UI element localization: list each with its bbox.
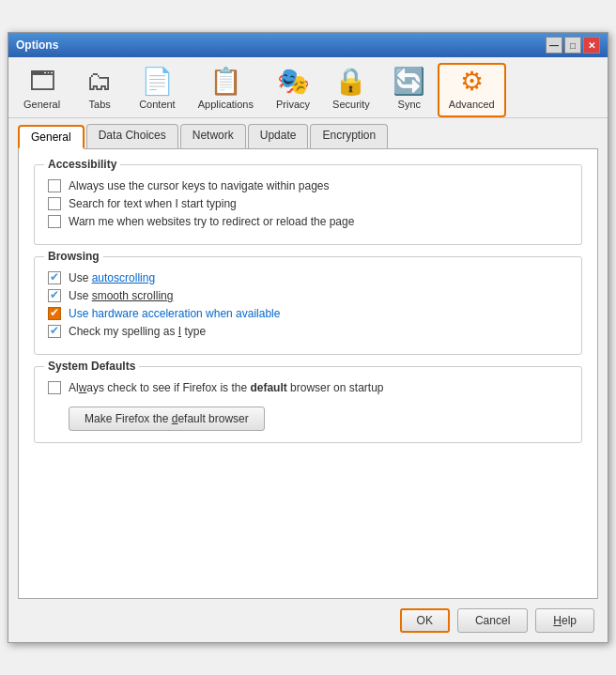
content-icon: 📄 (141, 69, 174, 95)
content-area: Accessibility Always use the cursor keys… (18, 148, 598, 599)
option-cursor-keys: Always use the cursor keys to navigate w… (48, 179, 568, 192)
option-spelling: Check my spelling as I type (48, 325, 568, 338)
warn-redirect-label: Warn me when websites try to redirect or… (69, 215, 354, 228)
subtab-network[interactable]: Network (180, 124, 246, 148)
toolbar-label-applications: Applications (198, 99, 254, 110)
checkbox-autoscrolling[interactable] (48, 271, 61, 284)
toolbar-label-privacy: Privacy (276, 99, 310, 110)
applications-icon: 📋 (209, 69, 242, 95)
subtab-update[interactable]: Update (248, 124, 309, 148)
toolbar-label-tabs: Tabs (89, 99, 111, 110)
subtabs: General Data Choices Network Update Encr… (8, 118, 608, 148)
always-underline: w (79, 381, 87, 394)
subtab-data-choices[interactable]: Data Choices (86, 124, 178, 148)
window-title: Options (16, 38, 58, 52)
footer: OK Cancel Help (8, 599, 608, 642)
toolbar-item-advanced[interactable]: ⚙ Advanced (438, 63, 506, 117)
option-default-browser: Always check to see if Firefox is the de… (48, 381, 568, 394)
checkbox-hw-accel[interactable] (48, 307, 61, 320)
default-bold: default (250, 381, 286, 394)
make-default-browser-button[interactable]: Make Firefox the default browser (69, 407, 265, 431)
title-bar: Options — □ ✕ (8, 33, 608, 57)
browsing-section: Browsing Use autoscrolling Use smooth sc… (34, 256, 582, 355)
close-button[interactable]: ✕ (583, 37, 600, 54)
help-button[interactable]: Help (535, 608, 594, 633)
checkbox-search-text[interactable] (48, 197, 61, 210)
accessibility-title: Accessibility (44, 158, 120, 171)
toolbar-item-sync[interactable]: 🔄 Sync (381, 63, 438, 117)
system-defaults-title: System Defaults (44, 360, 139, 373)
spelling-I-underline: I (178, 325, 181, 338)
minimize-button[interactable]: — (546, 37, 562, 54)
toolbar-item-privacy[interactable]: 🎭 Privacy (265, 63, 321, 117)
general-icon: 🗔 (29, 69, 55, 95)
autoscrolling-label: Use autoscrolling (69, 271, 155, 284)
default-browser-label: Always check to see if Firefox is the de… (69, 381, 383, 394)
toolbar-item-security[interactable]: 🔒 Security (321, 63, 381, 117)
title-bar-title: Options (16, 38, 58, 52)
maximize-button[interactable]: □ (564, 37, 581, 54)
toolbar-label-sync: Sync (398, 99, 421, 110)
system-defaults-section: System Defaults Always check to see if F… (34, 366, 582, 443)
checkbox-cursor-keys[interactable] (48, 179, 61, 192)
smooth-scrolling-underline: smooth scrolling (92, 289, 174, 302)
cursor-keys-label: Always use the cursor keys to navigate w… (69, 179, 329, 192)
hw-accel-label: Use hardware acceleration when available (69, 307, 280, 320)
toolbar-label-content: Content (139, 99, 176, 110)
toolbar-item-content[interactable]: 📄 Content (128, 63, 187, 117)
toolbar-item-general[interactable]: 🗔 General (12, 63, 71, 117)
toolbar-item-applications[interactable]: 📋 Applications (187, 63, 265, 117)
options-window: Options — □ ✕ 🗔 General 🗂 Tabs 📄 Content… (8, 32, 608, 643)
toolbar: 🗔 General 🗂 Tabs 📄 Content 📋 Application… (8, 57, 608, 118)
sync-icon: 🔄 (393, 69, 425, 95)
security-icon: 🔒 (334, 69, 367, 95)
subtab-general[interactable]: General (18, 125, 85, 149)
toolbar-label-general: General (23, 99, 60, 110)
checkbox-default-browser[interactable] (48, 381, 61, 394)
option-warn-redirect: Warn me when websites try to redirect or… (48, 215, 568, 228)
accessibility-section: Accessibility Always use the cursor keys… (34, 164, 582, 245)
default-underline-btn: d (172, 412, 178, 425)
ok-button[interactable]: OK (400, 608, 450, 633)
help-h-underline: H (553, 614, 562, 627)
title-bar-controls: — □ ✕ (546, 37, 600, 54)
browsing-title: Browsing (44, 250, 103, 263)
option-hw-accel: Use hardware acceleration when available (48, 307, 568, 320)
toolbar-label-security: Security (332, 99, 370, 110)
option-smooth-scrolling: Use smooth scrolling (48, 289, 568, 302)
autoscrolling-link: autoscrolling (92, 271, 155, 284)
subtab-encryption[interactable]: Encryption (310, 124, 388, 148)
privacy-icon: 🎭 (277, 69, 310, 95)
spelling-label: Check my spelling as I type (69, 325, 206, 338)
smooth-scrolling-label: Use smooth scrolling (69, 289, 173, 302)
toolbar-label-advanced: Advanced (449, 99, 495, 110)
option-search-text: Search for text when I start typing (48, 197, 568, 210)
checkbox-warn-redirect[interactable] (48, 215, 61, 228)
cancel-button[interactable]: Cancel (457, 608, 528, 633)
option-autoscrolling: Use autoscrolling (48, 271, 568, 284)
search-text-label: Search for text when I start typing (69, 197, 237, 210)
checkbox-spelling[interactable] (48, 325, 61, 338)
tabs-icon: 🗂 (86, 69, 113, 95)
checkbox-smooth-scrolling[interactable] (48, 289, 61, 302)
toolbar-item-tabs[interactable]: 🗂 Tabs (71, 63, 128, 117)
advanced-icon: ⚙ (460, 69, 484, 95)
